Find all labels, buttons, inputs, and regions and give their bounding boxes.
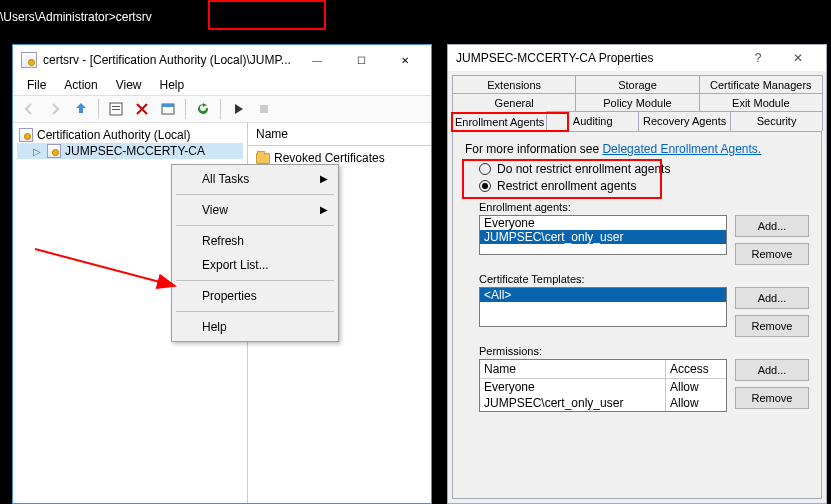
remove-perm-button[interactable]: Remove <box>735 387 809 409</box>
info-text: For more information see Delegated Enrol… <box>465 142 809 156</box>
radio-icon <box>479 163 491 175</box>
context-menu: All Tasks▶ View▶ Refresh Export List... … <box>171 164 339 342</box>
templates-listbox[interactable]: <All> <box>479 287 727 327</box>
tree-ca-label: JUMPSEC-MCCERTY-CA <box>65 144 205 158</box>
close-button[interactable]: ✕ <box>383 46 427 74</box>
tree-ca-node[interactable]: ▷ JUMPSEC-MCCERTY-CA <box>17 143 243 159</box>
delete-button[interactable] <box>130 97 154 121</box>
ctx-view[interactable]: View▶ <box>174 198 336 222</box>
submenu-arrow-icon: ▶ <box>320 173 328 184</box>
maximize-button[interactable]: ☐ <box>339 46 383 74</box>
list-header[interactable]: Name <box>248 123 431 146</box>
ctx-separator <box>176 311 334 312</box>
toolbar <box>13 95 431 123</box>
tab-policy-module[interactable]: Policy Module <box>575 93 699 112</box>
svg-rect-4 <box>162 104 174 107</box>
tab-general[interactable]: General <box>452 93 576 112</box>
stop-button[interactable] <box>252 97 276 121</box>
menu-file[interactable]: File <box>19 76 54 94</box>
perm-row[interactable]: JUMPSEC\cert_only_user Allow <box>480 395 726 411</box>
properties-button[interactable] <box>104 97 128 121</box>
properties-dialog: JUMPSEC-MCCERTY-CA Properties ? ✕ Extens… <box>447 44 827 504</box>
add-perm-button[interactable]: Add... <box>735 359 809 381</box>
tab-exit-module[interactable]: Exit Module <box>699 93 823 112</box>
ctx-export-list[interactable]: Export List... <box>174 253 336 277</box>
menu-help[interactable]: Help <box>152 76 193 94</box>
submenu-arrow-icon: ▶ <box>320 204 328 215</box>
folder-icon <box>256 153 270 164</box>
expand-icon[interactable]: ▷ <box>31 146 43 157</box>
perms-label: Permissions: <box>479 345 809 357</box>
tab-security[interactable]: Security <box>730 111 823 131</box>
tab-auditing[interactable]: Auditing <box>546 111 639 131</box>
perm-row[interactable]: Everyone Allow <box>480 379 726 395</box>
tab-enrollment-agents[interactable]: Enrollment Agents <box>452 112 547 132</box>
remove-template-button[interactable]: Remove <box>735 315 809 337</box>
radio-icon <box>479 180 491 192</box>
svg-rect-2 <box>112 109 120 110</box>
app-icon <box>21 52 37 68</box>
tab-storage[interactable]: Storage <box>575 75 699 94</box>
permissions-table[interactable]: Name Access Everyone Allow JUMPSEC\cert_… <box>479 359 727 412</box>
tab-certificate-managers[interactable]: Certificate Managers <box>699 75 823 94</box>
play-button[interactable] <box>226 97 250 121</box>
props-title: JUMPSEC-MCCERTY-CA Properties <box>456 51 738 65</box>
menubar: File Action View Help <box>13 75 431 95</box>
svg-rect-1 <box>112 106 120 107</box>
agents-listbox[interactable]: Everyone JUMPSEC\cert_only_user <box>479 215 727 255</box>
add-template-button[interactable]: Add... <box>735 287 809 309</box>
agents-item[interactable]: JUMPSEC\cert_only_user <box>480 230 726 244</box>
ctx-properties[interactable]: Properties <box>174 284 336 308</box>
ctx-separator <box>176 225 334 226</box>
radio-restrict-label: Restrict enrollment agents <box>497 179 636 193</box>
tree-root-label: Certification Authority (Local) <box>37 128 190 142</box>
certauth-icon <box>19 128 33 142</box>
radio-no-restrict[interactable]: Do not restrict enrollment agents <box>479 162 809 176</box>
agents-item[interactable]: Everyone <box>480 216 726 230</box>
radio-restrict[interactable]: Restrict enrollment agents <box>479 179 809 193</box>
tab-strip: Extensions Storage Certificate Managers … <box>448 71 826 131</box>
minimize-button[interactable]: — <box>295 46 339 74</box>
ctx-refresh[interactable]: Refresh <box>174 229 336 253</box>
ctx-all-tasks[interactable]: All Tasks▶ <box>174 167 336 191</box>
menu-action[interactable]: Action <box>56 76 105 94</box>
tab-extensions[interactable]: Extensions <box>452 75 576 94</box>
window-title: certsrv - [Certification Authority (Loca… <box>43 53 295 67</box>
tab-body: For more information see Delegated Enrol… <box>452 131 822 499</box>
props-titlebar: JUMPSEC-MCCERTY-CA Properties ? ✕ <box>448 45 826 71</box>
help-button[interactable]: ? <box>738 51 778 65</box>
ctx-separator <box>176 194 334 195</box>
perm-header-access[interactable]: Access <box>666 360 726 378</box>
options-button[interactable] <box>156 97 180 121</box>
tree-root[interactable]: Certification Authority (Local) <box>17 127 243 143</box>
agents-label: Enrollment agents: <box>479 201 809 213</box>
ctx-help[interactable]: Help <box>174 315 336 339</box>
close-button[interactable]: ✕ <box>778 51 818 65</box>
templates-label: Certificate Templates: <box>479 273 809 285</box>
delegated-agents-link[interactable]: Delegated Enrollment Agents. <box>602 142 761 156</box>
console-command[interactable]: certsrv <box>116 10 152 24</box>
menu-view[interactable]: View <box>108 76 150 94</box>
remove-agent-button[interactable]: Remove <box>735 243 809 265</box>
up-button[interactable] <box>69 97 93 121</box>
ctx-separator <box>176 280 334 281</box>
forward-button[interactable] <box>43 97 67 121</box>
ca-icon <box>47 144 61 158</box>
tab-recovery-agents[interactable]: Recovery Agents <box>638 111 731 131</box>
console-prompt: \Users\Administrator> <box>0 10 116 24</box>
perm-header-name[interactable]: Name <box>480 360 666 378</box>
titlebar: certsrv - [Certification Authority (Loca… <box>13 45 431 75</box>
refresh-button[interactable] <box>191 97 215 121</box>
add-agent-button[interactable]: Add... <box>735 215 809 237</box>
console: \Users\Administrator>certsrv <box>0 0 831 42</box>
back-button[interactable] <box>17 97 41 121</box>
svg-rect-5 <box>260 105 268 113</box>
templates-item[interactable]: <All> <box>480 288 726 302</box>
radio-no-restrict-label: Do not restrict enrollment agents <box>497 162 670 176</box>
